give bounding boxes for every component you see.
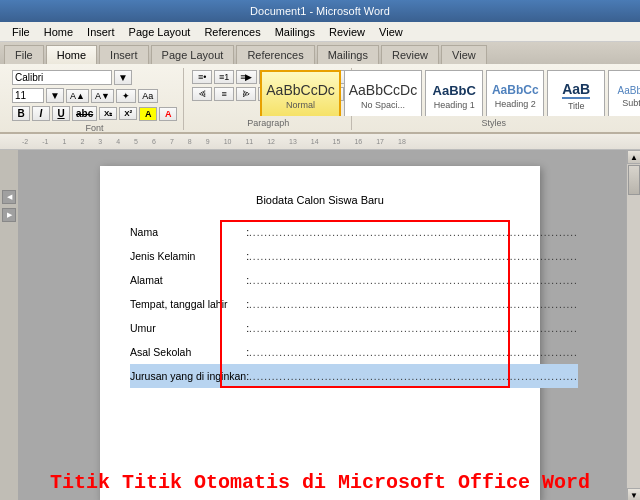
menu-bar: File Home Insert Page Layout References …	[0, 22, 640, 42]
tab-file[interactable]: File	[4, 45, 44, 64]
font-format-row: B I U abc X₂ X² A A	[12, 106, 177, 121]
align-right-btn[interactable]: ⫸	[236, 87, 256, 101]
font-name-row: ▼	[12, 70, 132, 85]
style-nospace-label: No Spaci...	[361, 100, 405, 110]
styles-group-label: Styles	[481, 118, 506, 128]
tab-insert[interactable]: Insert	[99, 45, 149, 64]
dots-tempat-lahir[interactable]: ........................................…	[249, 292, 578, 316]
title-text: Document1 - Microsoft Word	[250, 5, 390, 17]
font-size-row: ▼ A▲ A▼ ✦ Aa	[12, 88, 158, 103]
table-row: Umur : .................................…	[130, 316, 578, 340]
align-center-btn[interactable]: ≡	[214, 87, 234, 101]
style-normal-sample: AaBbCcDc	[266, 82, 334, 98]
dots-asal-sekolah[interactable]: ........................................…	[249, 340, 578, 364]
align-left-btn[interactable]: ⫷	[192, 87, 212, 101]
document-title: Biodata Calon Siswa Baru	[130, 194, 510, 206]
italic-btn[interactable]: I	[32, 106, 50, 121]
scroll-up-btn[interactable]: ▲	[627, 150, 640, 164]
highlight-btn[interactable]: A	[139, 107, 157, 121]
table-row: Alamat : ...............................…	[130, 268, 578, 292]
style-h2-sample: AaBbCc	[492, 83, 539, 97]
style-normal-label: Normal	[286, 100, 315, 110]
table-row: Nama : .................................…	[130, 220, 578, 244]
font-name-dropdown[interactable]: ▼	[114, 70, 132, 85]
strikethrough-btn[interactable]: abc	[72, 106, 97, 121]
menu-review[interactable]: Review	[323, 24, 371, 40]
font-size-dropdown[interactable]: ▼	[46, 88, 64, 103]
dots-umur[interactable]: ........................................…	[249, 316, 578, 340]
bullets-btn[interactable]: ≡•	[192, 70, 212, 84]
style-title-btn[interactable]: AaB Title	[547, 70, 605, 116]
side-icon-1[interactable]: ◀	[2, 190, 16, 204]
font-size-input[interactable]	[12, 88, 44, 103]
font-group: ▼ ▼ A▲ A▼ ✦ Aa B I U abc X₂ X² A	[6, 68, 184, 130]
document-area: ◀ ▶ Biodata Calon Siswa Baru Nama : ....…	[0, 150, 640, 500]
style-h1-label: Heading 1	[434, 100, 475, 110]
vertical-scrollbar[interactable]: ▲ ▼	[626, 150, 640, 500]
style-normal-btn[interactable]: AaBbCcDc Normal	[260, 70, 340, 116]
style-h1-sample: AaBbC	[433, 83, 476, 98]
ruler: -2 -1 1 2 3 4 5 6 7 8 9 10 11 12 13 14 1…	[0, 134, 640, 150]
increase-font-btn[interactable]: A▲	[66, 89, 89, 103]
paragraph-group-label: Paragraph	[247, 118, 289, 128]
table-row: Tempat, tanggal lahir : ................…	[130, 292, 578, 316]
menu-page-layout[interactable]: Page Layout	[123, 24, 197, 40]
subscript-btn[interactable]: X₂	[99, 107, 117, 120]
ribbon-tabs: File Home Insert Page Layout References …	[0, 42, 640, 64]
ribbon: File Home Insert Page Layout References …	[0, 42, 640, 134]
tab-mailings[interactable]: Mailings	[317, 45, 379, 64]
menu-file[interactable]: File	[6, 24, 36, 40]
change-case-btn[interactable]: Aa	[138, 89, 158, 103]
scroll-thumb[interactable]	[628, 165, 640, 195]
dots-jurusan[interactable]: ........................................…	[249, 364, 578, 388]
ribbon-content: ▼ ▼ A▲ A▼ ✦ Aa B I U abc X₂ X² A	[0, 64, 640, 132]
menu-view[interactable]: View	[373, 24, 409, 40]
label-alamat: Alamat	[130, 268, 246, 292]
style-h2-label: Heading 2	[495, 99, 536, 109]
underline-btn[interactable]: U	[52, 106, 70, 121]
style-h1-btn[interactable]: AaBbC Heading 1	[425, 70, 483, 116]
font-color-btn[interactable]: A	[159, 107, 177, 121]
menu-home[interactable]: Home	[38, 24, 79, 40]
bold-btn[interactable]: B	[12, 106, 30, 121]
font-group-label: Font	[86, 123, 104, 133]
tab-page-layout[interactable]: Page Layout	[151, 45, 235, 64]
style-subtitle-label: Subtitle	[622, 98, 640, 108]
table-row: Jurusan yang di inginkan : .............…	[130, 364, 578, 388]
style-subtitle-btn[interactable]: AaBbCc. Subtitle	[608, 70, 640, 116]
label-umur: Umur	[130, 316, 246, 340]
table-row: Asal Sekolah : .........................…	[130, 340, 578, 364]
style-h2-btn[interactable]: AaBbCc Heading 2	[486, 70, 544, 116]
superscript-btn[interactable]: X²	[119, 107, 137, 120]
font-name-input[interactable]	[12, 70, 112, 85]
label-tempat-lahir: Tempat, tanggal lahir	[130, 292, 246, 316]
label-asal-sekolah: Asal Sekolah	[130, 340, 246, 364]
label-jurusan: Jurusan yang di inginkan	[130, 364, 246, 388]
tab-references[interactable]: References	[236, 45, 314, 64]
paper: Biodata Calon Siswa Baru Nama : ........…	[100, 166, 540, 500]
styles-group: AaBbCcDc Normal AaBbCcDc No Spaci... AaB…	[354, 68, 635, 130]
tab-view[interactable]: View	[441, 45, 487, 64]
left-panel: ◀ ▶	[0, 150, 18, 500]
bottom-caption: Titik Titik Otomatis di Microsoft Office…	[50, 471, 590, 494]
menu-mailings[interactable]: Mailings	[269, 24, 321, 40]
tab-review[interactable]: Review	[381, 45, 439, 64]
dots-jenis-kelamin[interactable]: ........................................…	[249, 244, 578, 268]
dots-nama[interactable]: ........................................…	[249, 220, 578, 244]
menu-insert[interactable]: Insert	[81, 24, 121, 40]
style-nospace-btn[interactable]: AaBbCcDc No Spaci...	[344, 70, 422, 116]
scroll-down-btn[interactable]: ▼	[627, 488, 640, 500]
menu-references[interactable]: References	[198, 24, 266, 40]
decrease-font-btn[interactable]: A▼	[91, 89, 114, 103]
clear-format-btn[interactable]: ✦	[116, 89, 136, 103]
multilevel-btn[interactable]: ≡▶	[236, 70, 256, 84]
style-title-label: Title	[568, 101, 585, 111]
label-jenis-kelamin: Jenis Kelamin	[130, 244, 246, 268]
numbering-btn[interactable]: ≡1	[214, 70, 234, 84]
tab-home[interactable]: Home	[46, 45, 97, 64]
style-subtitle-sample: AaBbCc.	[617, 85, 640, 96]
style-nospace-sample: AaBbCcDc	[349, 82, 417, 98]
style-title-sample: AaB	[562, 81, 590, 99]
dots-alamat[interactable]: ........................................…	[249, 268, 578, 292]
side-icon-2[interactable]: ▶	[2, 208, 16, 222]
